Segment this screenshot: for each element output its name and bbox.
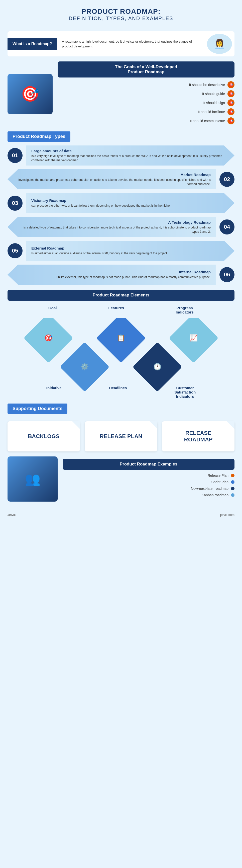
- goals-title: The Goals of a Well-DevelopedProduct Roa…: [58, 61, 235, 78]
- example-text-3: Now-next-later roadmap: [191, 487, 229, 491]
- svg-text:🎯: 🎯: [44, 334, 53, 342]
- goal-text-4: It should facilitate: [198, 110, 225, 114]
- type-desc-4: is a detailed type of roadmap that takes…: [18, 225, 211, 234]
- type-content-4: A Technology Roadmap is a detailed type …: [7, 217, 216, 237]
- example-text-2: Sprint Plan: [211, 480, 229, 484]
- doc-backlogs: BACKLOGS: [7, 421, 80, 452]
- type-num-2: 02: [219, 172, 235, 187]
- type-desc-6: unlike external, this type of roadmap is…: [18, 275, 211, 279]
- examples-section: 👥 Product Roadmap Examples Release Plan …: [7, 457, 235, 502]
- doc-release-roadmap-text: RELEASEROADMAP: [184, 430, 213, 443]
- examples-title: Product Roadmap Examples: [63, 459, 235, 470]
- type-title-3: Visionary Roadmap: [31, 198, 227, 203]
- label-goal: Goal: [48, 306, 57, 314]
- type-num-4: 04: [219, 219, 235, 235]
- type-item-1: 01 Large amounts of data Is a very high-…: [7, 146, 235, 165]
- goal-icon-1: 🎯: [228, 81, 235, 88]
- goal-item-2: It should guide 🎯: [58, 90, 235, 97]
- goal-icon-2: 🎯: [228, 90, 235, 97]
- footer: Jelvix jelvix.com: [0, 509, 242, 520]
- puzzle-svg: 🎯 📋 📈 ⚙️ 🕐: [11, 318, 231, 393]
- goal-icon-4: 🎯: [228, 108, 235, 115]
- example-item-4: Kanban roadmap: [63, 493, 235, 497]
- type-num-1: 01: [7, 148, 23, 163]
- goal-item-5: It should communicate 🎯: [58, 117, 235, 124]
- types-label: Product Roadmap Types: [7, 131, 70, 142]
- type-content-5: External Roadmap Is aimed either at an o…: [26, 241, 235, 261]
- type-desc-5: Is aimed either at an outside audience o…: [31, 251, 227, 255]
- examples-inner: 👥 Product Roadmap Examples Release Plan …: [7, 457, 235, 502]
- goal-icon-3: 🎯: [228, 99, 235, 106]
- footer-left: Jelvix: [7, 513, 16, 517]
- label-progress: ProgressIndicators: [176, 306, 194, 314]
- elements-title: Product Roadmap Elements: [7, 290, 235, 301]
- supporting-section: Supporting Documents BACKLOGS RELEASE PL…: [7, 404, 235, 452]
- goal-text-3: It should align: [203, 101, 225, 105]
- main-subtitle: DEFINITION, TYPES, AND EXAMPLES: [5, 16, 237, 21]
- example-dot-2: [231, 480, 235, 484]
- goals-section: 🎯 The Goals of a Well-DevelopedProduct R…: [7, 61, 235, 126]
- goal-text-5: It should communicate: [190, 119, 225, 123]
- type-item-3: 03 Visionary Roadmap can precede the oth…: [7, 193, 235, 213]
- type-desc-1: Is a very high-level type of roadmap tha…: [31, 154, 227, 162]
- elements-section: Product Roadmap Elements Goal Features P…: [7, 290, 235, 399]
- svg-text:📋: 📋: [117, 334, 125, 342]
- type-item-5: 05 External Roadmap Is aimed either at a…: [7, 241, 235, 261]
- what-icon: 👩‍💼: [207, 34, 232, 54]
- supporting-label: Supporting Documents: [7, 404, 67, 414]
- type-num-3: 03: [7, 196, 23, 211]
- type-content-2: Market Roadmap Investigates the market a…: [7, 169, 216, 189]
- type-desc-3: can precede the other two, or it can fol…: [31, 204, 227, 208]
- type-content-3: Visionary Roadmap can precede the other …: [26, 193, 235, 213]
- example-dot-1: [231, 474, 235, 477]
- examples-image: 👥: [7, 457, 58, 502]
- doc-release-roadmap: RELEASEROADMAP: [162, 421, 235, 452]
- main-title: PRODUCT ROADMAP:: [5, 7, 237, 16]
- what-text: A roadmap is a high-level document, be i…: [57, 35, 204, 53]
- type-title-6: Internal Roadmap: [18, 270, 211, 274]
- what-label: What is a Roadmap?: [7, 38, 57, 50]
- example-item-2: Sprint Plan: [63, 480, 235, 484]
- docs-row: BACKLOGS RELEASE PLAN RELEASEROADMAP: [7, 421, 235, 452]
- types-section: 01 Large amounts of data Is a very high-…: [7, 146, 235, 285]
- goal-item-4: It should facilitate 🎯: [58, 108, 235, 115]
- type-content-1: Large amounts of data Is a very high-lev…: [26, 146, 235, 165]
- example-text-1: Release Plan: [208, 473, 229, 477]
- type-num-5: 05: [7, 243, 23, 258]
- header: PRODUCT ROADMAP: DEFINITION, TYPES, AND …: [0, 0, 242, 26]
- type-item-4: A Technology Roadmap is a detailed type …: [7, 217, 235, 237]
- example-text-4: Kanban roadmap: [202, 493, 229, 497]
- goal-item-1: It should be descriptive 🎯: [58, 81, 235, 88]
- type-item-2: Market Roadmap Investigates the market a…: [7, 169, 235, 189]
- goal-text-2: It should guide: [202, 92, 225, 96]
- what-is-roadmap-section: What is a Roadmap? A roadmap is a high-l…: [7, 31, 235, 56]
- goal-item-3: It should align 🎯: [58, 99, 235, 106]
- goal-icon-5: 🎯: [228, 117, 235, 124]
- type-title-1: Large amounts of data: [31, 149, 227, 153]
- svg-text:⚙️: ⚙️: [81, 363, 89, 371]
- type-title-4: A Technology Roadmap: [18, 220, 211, 224]
- type-desc-2: Investigates the market and presents a c…: [18, 178, 211, 186]
- examples-content: Product Roadmap Examples Release Plan Sp…: [63, 459, 235, 500]
- type-title-5: External Roadmap: [31, 246, 227, 250]
- label-features: Features: [108, 306, 124, 314]
- doc-backlogs-text: BACKLOGS: [28, 433, 59, 440]
- type-num-6: 06: [219, 267, 235, 282]
- svg-text:🕐: 🕐: [153, 363, 162, 371]
- goals-image: 🎯: [7, 74, 53, 114]
- puzzle-visual: 🎯 📋 📈 ⚙️ 🕐: [7, 315, 235, 396]
- type-title-2: Market Roadmap: [18, 173, 211, 177]
- example-item-3: Now-next-later roadmap: [63, 487, 235, 491]
- goals-content: The Goals of a Well-DevelopedProduct Roa…: [58, 61, 235, 126]
- goal-text-1: It should be descriptive: [189, 83, 225, 87]
- puzzle-labels-top: Goal Features ProgressIndicators: [7, 306, 235, 314]
- example-dot-3: [231, 487, 235, 490]
- type-item-6: Internal Roadmap unlike external, this t…: [7, 265, 235, 285]
- type-content-6: Internal Roadmap unlike external, this t…: [7, 265, 216, 285]
- svg-text:📈: 📈: [189, 334, 198, 342]
- example-dot-4: [231, 493, 235, 497]
- example-item-1: Release Plan: [63, 473, 235, 477]
- footer-right: jelvix.com: [220, 513, 235, 517]
- doc-release-plan: RELEASE PLAN: [85, 421, 157, 452]
- types-label-wrapper: Product Roadmap Types: [7, 131, 235, 142]
